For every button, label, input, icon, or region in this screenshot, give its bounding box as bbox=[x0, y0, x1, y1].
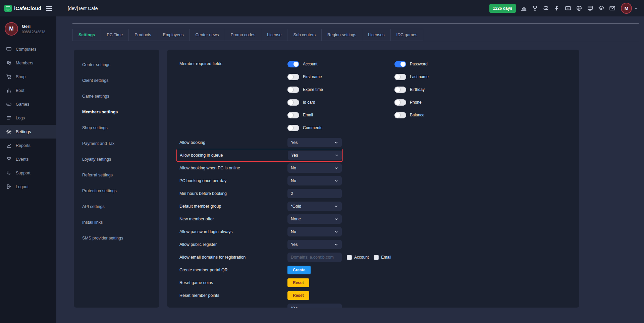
input-allow-email-domains-for-registration[interactable]: Domains: a.com;b.com bbox=[287, 253, 342, 262]
sidebar-item-events[interactable]: Events bbox=[0, 152, 56, 166]
sidebar-item-reports[interactable]: Reports bbox=[0, 139, 56, 152]
toggle-id-card: Id card bbox=[287, 96, 394, 109]
toggle-birthday: Birthday bbox=[394, 83, 429, 96]
select-allow-booking-in-queue[interactable]: Yes bbox=[288, 151, 342, 160]
youtube-icon[interactable] bbox=[565, 5, 571, 11]
settings-nav-item-loyalty-settings[interactable]: Loyalty settings bbox=[74, 153, 159, 166]
toggle-switch-account[interactable] bbox=[287, 61, 299, 67]
brand-name: iCafeCloud bbox=[14, 5, 41, 11]
sidebar-item-logout[interactable]: Logout bbox=[0, 180, 56, 194]
sidebar-item-shop[interactable]: Shop bbox=[0, 70, 56, 84]
tab-settings[interactable]: Settings bbox=[72, 29, 101, 41]
select-allow-booking[interactable]: Yes bbox=[287, 138, 342, 147]
sidebar-item-support[interactable]: Support bbox=[0, 166, 56, 180]
brand-area: iCafeCloud bbox=[0, 5, 56, 12]
sidebar-item-boot[interactable]: Boot bbox=[0, 84, 56, 97]
select-new-member-offer[interactable]: None bbox=[287, 214, 342, 224]
tab-license[interactable]: License bbox=[261, 29, 287, 41]
field-label: Reset member points bbox=[179, 293, 287, 298]
select-allow-password-login-always[interactable]: No bbox=[287, 227, 342, 236]
tab-center-news[interactable]: Center news bbox=[189, 29, 225, 41]
sidebar-item-logs[interactable]: Logs bbox=[0, 111, 56, 125]
settings-nav-item-center-settings[interactable]: Center settings bbox=[74, 58, 159, 71]
tab-products[interactable]: Products bbox=[128, 29, 157, 41]
field-row-reset-game-coins: Reset game coinsReset bbox=[179, 276, 579, 289]
topbar-right: 1226 days M bbox=[489, 3, 644, 14]
toggle-label: Last name bbox=[410, 74, 429, 79]
toggle-switch-last-name[interactable] bbox=[394, 74, 406, 80]
toggle-knob bbox=[395, 87, 400, 92]
facebook-icon[interactable] bbox=[554, 5, 560, 11]
field-row-default-member-group: Default member group*Gold bbox=[179, 200, 579, 213]
create-button-create-member-portal-qr[interactable]: Create bbox=[287, 266, 311, 274]
toggle-label: First name bbox=[303, 74, 322, 79]
toggle-switch-comments[interactable] bbox=[287, 125, 299, 131]
settings-nav-item-install-links[interactable]: Install links bbox=[74, 216, 159, 229]
sidebar-item-games[interactable]: Games bbox=[0, 97, 56, 111]
ranking-icon[interactable] bbox=[521, 5, 527, 11]
sidebar-item-label: Games bbox=[16, 102, 29, 107]
sidebar-item-settings[interactable]: Settings bbox=[0, 125, 56, 139]
globe-icon[interactable] bbox=[576, 5, 582, 11]
kiosk-icon[interactable] bbox=[587, 5, 593, 11]
checkbox-account[interactable] bbox=[347, 255, 352, 260]
settings-nav-item-protection-settings[interactable]: Protection settings bbox=[74, 184, 159, 197]
tab-employees[interactable]: Employees bbox=[157, 29, 190, 41]
settings-nav-item-game-settings[interactable]: Game settings bbox=[74, 90, 159, 103]
tab-idc-games[interactable]: IDC games bbox=[390, 29, 424, 41]
settings-nav-item-shop-settings[interactable]: Shop settings bbox=[74, 121, 159, 134]
select-value: No bbox=[291, 229, 296, 234]
settings-nav-item-payment-and-tax[interactable]: Payment and Tax bbox=[74, 137, 159, 150]
settings-nav-item-referral-settings[interactable]: Referral settings bbox=[74, 169, 159, 181]
tab-region-settings[interactable]: Region settings bbox=[321, 29, 362, 41]
tab-sub-centers[interactable]: Sub centers bbox=[287, 29, 322, 41]
reset-button-reset-game-coins[interactable]: Reset bbox=[287, 278, 309, 287]
toggle-switch-expire-time[interactable] bbox=[287, 87, 299, 93]
toggle-switch-phone[interactable] bbox=[394, 99, 406, 106]
menu-toggle-icon[interactable] bbox=[46, 6, 52, 11]
settings-nav-item-api-settings[interactable]: API settings bbox=[74, 200, 159, 213]
input-min-hours-before-booking[interactable]: 2 bbox=[287, 189, 342, 198]
avatar: M bbox=[621, 3, 632, 14]
logs-icon bbox=[6, 115, 12, 121]
select-allow-booking-when-pc-is-online[interactable]: No bbox=[287, 163, 342, 173]
field-row-reset-member-points: Reset member pointsReset bbox=[179, 289, 579, 302]
toggle-switch-first-name[interactable] bbox=[287, 74, 299, 80]
toggle-switch-birthday[interactable] bbox=[394, 87, 406, 93]
sidebar-item-computers[interactable]: Computers bbox=[0, 42, 56, 56]
tab-promo-codes[interactable]: Promo codes bbox=[225, 29, 262, 41]
settings-nav-item-client-settings[interactable]: Client settings bbox=[74, 74, 159, 87]
select-blank[interactable]: Yes bbox=[287, 304, 342, 308]
tab-pc-time[interactable]: PC Time bbox=[101, 29, 129, 41]
avatar: M bbox=[5, 22, 18, 36]
settings-nav-item-sms-provider-settings[interactable]: SMS provider settings bbox=[74, 232, 159, 245]
toggle-switch-balance[interactable] bbox=[394, 112, 406, 118]
toggle-switch-id-card[interactable] bbox=[287, 99, 299, 106]
content-divider-top bbox=[72, 23, 639, 24]
days-badge[interactable]: 1226 days bbox=[489, 4, 516, 13]
sidebar-user-info: Geri 008812345678 bbox=[22, 24, 45, 34]
select-allow-public-register[interactable]: Yes bbox=[287, 240, 342, 249]
settings-form-rows: Allow bookingYesAllow booking in queueYe… bbox=[179, 136, 579, 308]
discord-icon[interactable] bbox=[543, 5, 549, 11]
user-menu[interactable]: M bbox=[621, 3, 638, 14]
checkbox-email[interactable] bbox=[374, 255, 379, 260]
mail-icon[interactable] bbox=[609, 5, 615, 11]
settings-nav-item-members-settings[interactable]: Members settings bbox=[74, 106, 159, 118]
tabs: SettingsPC TimeProductsEmployeesCenter n… bbox=[72, 29, 639, 41]
toggle-switch-email[interactable] bbox=[287, 112, 299, 118]
sidebar-item-members[interactable]: Members bbox=[0, 56, 56, 70]
brand-logo[interactable]: iCafeCloud bbox=[4, 5, 41, 12]
toggle-switch-password[interactable] bbox=[394, 61, 406, 67]
panels-row: Center settingsClient settingsGame setti… bbox=[74, 50, 639, 308]
select-pc-booking-once-per-day[interactable]: No bbox=[287, 176, 342, 185]
field-row-allow-public-register: Allow public registerYes bbox=[179, 238, 579, 251]
select-default-member-group[interactable]: *Gold bbox=[287, 202, 342, 211]
toggle-label: Account bbox=[303, 62, 317, 66]
trophy-icon[interactable] bbox=[532, 5, 538, 11]
tab-licenses[interactable]: Licenses bbox=[362, 29, 390, 41]
layers-icon[interactable] bbox=[598, 5, 604, 11]
field-row-min-hours-before-booking: Min hours before booking2 bbox=[179, 187, 579, 200]
toggle-label: Expire time bbox=[303, 87, 323, 92]
reset-button-reset-member-points[interactable]: Reset bbox=[287, 291, 309, 300]
